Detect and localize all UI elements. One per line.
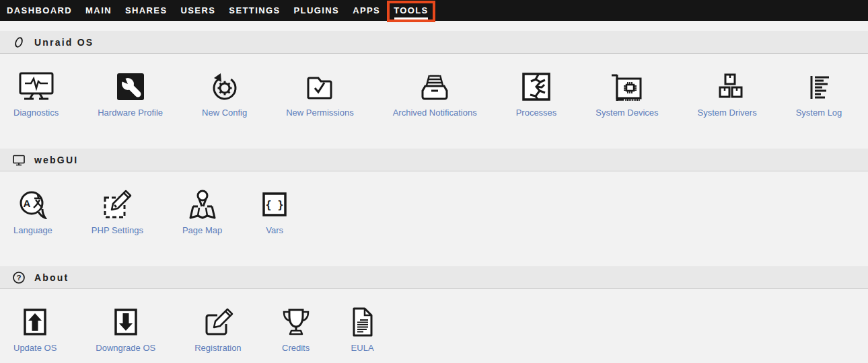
svg-text:?: ? (16, 274, 21, 282)
section-unraid-os: Unraid OS Diagnostics Ha (0, 31, 868, 149)
nav-tab-dashboard[interactable]: DASHBOARD (7, 5, 72, 15)
pci-card-icon (610, 71, 645, 103)
tool-item-new-permissions[interactable]: New Permissions (286, 71, 353, 118)
section-title: webGUI (34, 155, 78, 165)
tool-label: Credits (282, 342, 310, 354)
unraid-logo-icon (12, 36, 26, 49)
arrow-up-square-icon (22, 306, 48, 338)
tool-label: Page Map (182, 225, 222, 236)
svg-text:A: A (24, 198, 31, 209)
tool-item-downgrade-os[interactable]: Downgrade OS (96, 306, 155, 354)
section-header-about: ? About (0, 266, 868, 289)
wrench-square-icon (116, 71, 145, 103)
tool-label: Vars (266, 225, 283, 236)
tool-label: Archived Notifications (393, 107, 477, 118)
question-circle-icon: ? (12, 271, 26, 284)
nav-tab-settings[interactable]: SETTINGS (229, 5, 280, 15)
tool-label: New Config (202, 107, 247, 118)
tool-item-eula[interactable]: EULA (351, 306, 375, 354)
nav-tab-plugins[interactable]: PLUGINS (294, 5, 340, 15)
section-content-webgui: A Language PHP Settings (0, 171, 868, 266)
tool-label: Processes (516, 107, 557, 118)
monitor-pulse-icon (17, 71, 55, 103)
tool-item-page-map[interactable]: Page Map (182, 188, 222, 236)
section-webgui: webGUI A Language (0, 149, 868, 266)
top-nav-bar: DASHBOARD MAIN SHARES USERS SETTINGS PLU… (0, 0, 868, 21)
tool-item-processes[interactable]: Processes (516, 71, 557, 118)
tool-item-php-settings[interactable]: PHP Settings (92, 188, 143, 236)
tool-item-registration[interactable]: Registration (194, 306, 241, 354)
arrow-down-square-icon (113, 306, 139, 338)
section-title: Unraid OS (34, 37, 94, 48)
active-tab-underline (394, 17, 428, 19)
stacked-boxes-icon (712, 71, 743, 103)
folder-check-icon (305, 71, 334, 103)
tool-label: Diagnostics (13, 107, 59, 118)
tool-label: System Drivers (698, 107, 757, 118)
tool-label: Hardware Profile (98, 107, 163, 118)
nav-tab-main[interactable]: MAIN (85, 5, 112, 15)
tool-label: System Devices (595, 107, 658, 118)
tool-label: Downgrade OS (96, 342, 155, 354)
tool-label: New Permissions (286, 107, 353, 118)
tool-label: Language (13, 225, 52, 236)
tool-item-system-log[interactable]: System Log (796, 71, 842, 118)
tool-label: Registration (194, 342, 241, 354)
tool-item-vars[interactable]: { } Vars (261, 188, 288, 236)
tool-item-language[interactable]: A Language (13, 188, 52, 236)
translate-bubble-icon: A (17, 188, 48, 220)
section-header-unraid-os: Unraid OS (0, 31, 868, 54)
log-lines-icon (804, 71, 834, 103)
dashed-box-pencil-icon (102, 188, 133, 220)
tool-label: PHP Settings (92, 225, 143, 236)
tool-item-credits[interactable]: Credits (281, 306, 312, 354)
tool-item-diagnostics[interactable]: Diagnostics (13, 71, 59, 118)
tool-label: Update OS (13, 342, 57, 354)
section-title: About (34, 272, 69, 283)
tool-label: System Log (796, 107, 842, 118)
tool-item-hardware-profile[interactable]: Hardware Profile (98, 71, 163, 118)
tool-item-new-config[interactable]: New Config (202, 71, 247, 118)
map-pin-icon (186, 188, 219, 220)
tool-item-system-drivers[interactable]: System Drivers (698, 71, 757, 118)
svg-text:{ }: { } (266, 199, 284, 211)
gear-reset-icon (209, 71, 240, 103)
nav-tab-tools[interactable]: TOOLS (394, 5, 429, 15)
section-about: ? About Update OS Downgrade OS (0, 266, 868, 363)
tool-item-archived-notifications[interactable]: Archived Notifications (393, 71, 477, 118)
nav-tab-shares[interactable]: SHARES (125, 5, 168, 15)
tool-item-update-os[interactable]: Update OS (13, 306, 57, 354)
monitor-icon (12, 153, 26, 167)
nav-tab-apps[interactable]: APPS (353, 5, 380, 15)
section-content-unraid-os: Diagnostics Hardware Profile (0, 54, 868, 149)
tool-item-system-devices[interactable]: System Devices (595, 71, 658, 118)
unraid-tools-page: { "nav": { "items": [ {"label": "DASHBOA… (0, 0, 868, 363)
trophy-icon (281, 306, 312, 338)
nav-tab-users[interactable]: USERS (181, 5, 216, 15)
section-content-about: Update OS Downgrade OS Registration (0, 289, 868, 363)
archive-tray-icon (419, 71, 451, 103)
cracked-square-icon (521, 71, 551, 103)
tool-label: EULA (351, 342, 374, 354)
document-icon (351, 306, 375, 338)
nav-tab-tools-label: TOOLS (394, 5, 429, 15)
edit-pencil-icon (203, 306, 233, 338)
section-header-webgui: webGUI (0, 149, 868, 171)
braces-square-icon: { } (261, 188, 288, 220)
